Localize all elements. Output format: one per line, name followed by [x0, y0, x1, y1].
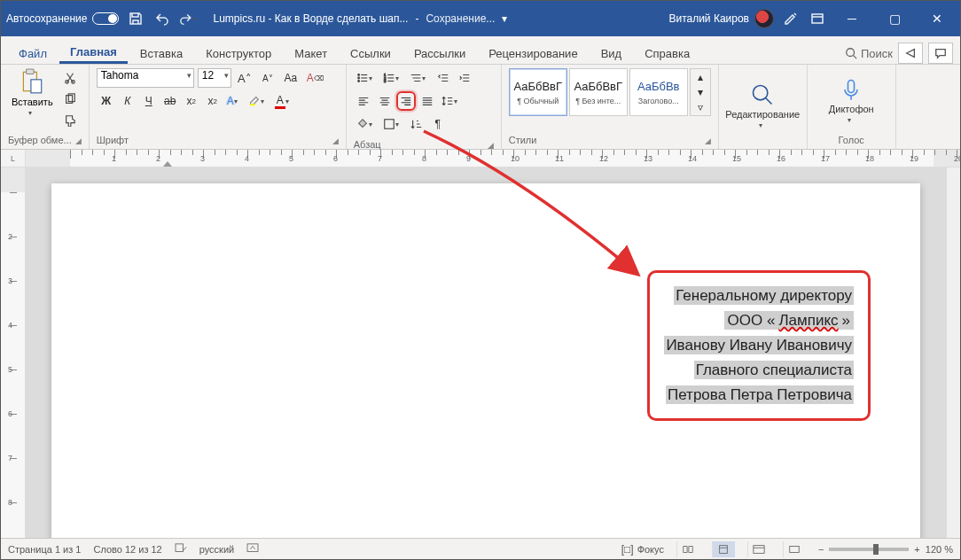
zoom-out-button[interactable]: −	[818, 544, 824, 555]
tab-mailings[interactable]: Рассылки	[403, 42, 476, 64]
svg-text:3: 3	[384, 79, 387, 83]
close-button[interactable]: ✕	[919, 1, 955, 36]
tab-review[interactable]: Рецензирование	[478, 42, 588, 64]
decrease-indent-button[interactable]	[434, 68, 453, 88]
change-case-button[interactable]: Aa	[281, 68, 301, 88]
underline-button[interactable]: Ч	[139, 91, 159, 111]
macros-status-icon[interactable]	[783, 541, 806, 557]
header-line-2[interactable]: ООО «Лампикс»	[664, 308, 854, 333]
bullets-button[interactable]: ▾	[354, 68, 379, 88]
share-button[interactable]	[898, 43, 923, 64]
font-size-select[interactable]: 12	[198, 68, 231, 88]
bold-button[interactable]: Ж	[97, 91, 116, 111]
tab-layout[interactable]: Макет	[284, 42, 338, 64]
italic-button[interactable]: К	[118, 91, 137, 111]
language-status[interactable]: русский	[199, 544, 234, 555]
horizontal-ruler[interactable]: L 123456789101112131415161718192021	[1, 150, 960, 167]
document-area: 2345678 Генеральному директору ООО «Ламп…	[1, 167, 960, 538]
header-line-1[interactable]: Генеральному директору	[664, 284, 854, 308]
clipboard-launcher-icon[interactable]: ◢	[75, 136, 82, 145]
increase-indent-button[interactable]	[455, 68, 474, 88]
header-line-4[interactable]: Главного специалиста	[664, 358, 854, 383]
spellcheck-icon[interactable]	[175, 543, 187, 556]
text-effects-button[interactable]: A▾	[224, 91, 244, 111]
header-line-3[interactable]: Иванову Ивану Ивановичу	[664, 333, 854, 358]
vertical-scrollbar[interactable]	[946, 167, 960, 538]
shrink-font-button[interactable]: A˅	[258, 68, 277, 88]
autosave-toggle[interactable]	[92, 12, 119, 25]
vertical-ruler[interactable]: 2345678	[1, 167, 26, 538]
font-launcher-icon[interactable]: ◢	[332, 136, 339, 145]
dictate-button[interactable]: Диктофон▾	[825, 75, 878, 126]
ruler-corner[interactable]: L	[1, 150, 26, 167]
styles-scroll-up-icon[interactable]: ▴	[691, 69, 710, 84]
paragraph-launcher-icon[interactable]: ◢	[488, 141, 494, 150]
macro-icon[interactable]	[246, 543, 259, 556]
show-marks-button[interactable]: ¶	[428, 114, 448, 134]
avatar-icon	[754, 9, 774, 28]
strikethrough-button[interactable]: ab	[160, 91, 180, 111]
maximize-button[interactable]: ▢	[877, 1, 912, 36]
user-account[interactable]: Виталий Каиров	[668, 9, 774, 28]
align-left-button[interactable]	[354, 91, 373, 111]
draw-tools-icon[interactable]	[781, 9, 801, 28]
tab-insert[interactable]: Вставка	[129, 42, 193, 64]
font-color-button[interactable]: A▾	[272, 91, 295, 111]
undo-icon[interactable]	[152, 9, 172, 28]
style-heading1[interactable]: АаБбВвЗаголово...	[629, 68, 688, 116]
read-mode-icon[interactable]	[676, 541, 699, 557]
header-line-5[interactable]: Петрова Петра Петровича	[664, 383, 854, 408]
tab-home[interactable]: Главная	[59, 40, 128, 64]
styles-expand-icon[interactable]: ▿	[691, 99, 710, 114]
shading-button[interactable]: ▾	[354, 114, 379, 134]
styles-scroll-down-icon[interactable]: ▾	[691, 84, 710, 99]
justify-button[interactable]	[418, 91, 437, 111]
tab-help[interactable]: Справка	[634, 42, 700, 64]
tab-view[interactable]: Вид	[590, 42, 633, 64]
format-painter-button[interactable]	[60, 111, 80, 130]
subscript-button[interactable]: x2	[182, 91, 201, 111]
focus-mode[interactable]: [□]Фокус	[621, 543, 664, 556]
grow-font-button[interactable]: A˄	[235, 68, 254, 88]
zoom-slider[interactable]	[829, 548, 909, 551]
web-layout-icon[interactable]	[747, 541, 770, 557]
redo-icon[interactable]: ▾	[179, 9, 199, 28]
minimize-button[interactable]: ─	[834, 1, 870, 36]
cut-button[interactable]	[60, 68, 80, 88]
align-center-button[interactable]	[375, 91, 395, 111]
clear-formatting-button[interactable]: A⌫	[304, 68, 326, 88]
svg-point-10	[357, 74, 359, 76]
superscript-button[interactable]: x2	[203, 91, 223, 111]
ribbon-options-icon[interactable]	[808, 9, 827, 28]
search-box[interactable]: Поиск	[845, 47, 893, 60]
paste-button[interactable]: Вставить▾	[8, 68, 57, 117]
zoom-in-button[interactable]: +	[914, 544, 919, 555]
print-layout-icon[interactable]	[712, 541, 735, 557]
copy-button[interactable]	[60, 89, 80, 109]
style-no-spacing[interactable]: АаБбВвГ¶ Без инте...	[569, 68, 628, 116]
styles-launcher-icon[interactable]: ◢	[705, 136, 711, 145]
svg-point-12	[357, 81, 359, 82]
word-count[interactable]: Слово 12 из 12	[93, 544, 161, 555]
multilevel-list-button[interactable]: ▾	[407, 68, 432, 88]
align-right-button[interactable]	[396, 91, 416, 111]
zoom-level[interactable]: 120 %	[926, 544, 953, 555]
comments-button[interactable]	[928, 43, 953, 64]
editing-button[interactable]: Редактирование▾	[722, 81, 803, 131]
borders-button[interactable]: ▾	[380, 114, 405, 134]
style-normal[interactable]: АаБбВвГ¶ Обычный	[509, 68, 567, 116]
sort-button[interactable]	[407, 114, 426, 134]
tab-design[interactable]: Конструктор	[195, 42, 282, 64]
tab-file[interactable]: Файл	[8, 42, 58, 64]
zoom-control[interactable]: − + 120 %	[818, 544, 953, 555]
page[interactable]: Генеральному директору ООО «Лампикс» Ива…	[51, 183, 920, 538]
page-count[interactable]: Страница 1 из 1	[8, 544, 81, 555]
tab-references[interactable]: Ссылки	[340, 42, 402, 64]
line-spacing-button[interactable]: ▾	[439, 91, 464, 111]
numbering-button[interactable]: 123▾	[380, 68, 405, 88]
save-icon[interactable]	[126, 9, 145, 28]
highlight-button[interactable]: ▾	[246, 91, 270, 111]
font-name-select[interactable]: Tahoma	[97, 68, 194, 88]
indent-marker[interactable]	[163, 161, 172, 167]
document-scroll[interactable]: Генеральному директору ООО «Лампикс» Ива…	[26, 167, 946, 538]
